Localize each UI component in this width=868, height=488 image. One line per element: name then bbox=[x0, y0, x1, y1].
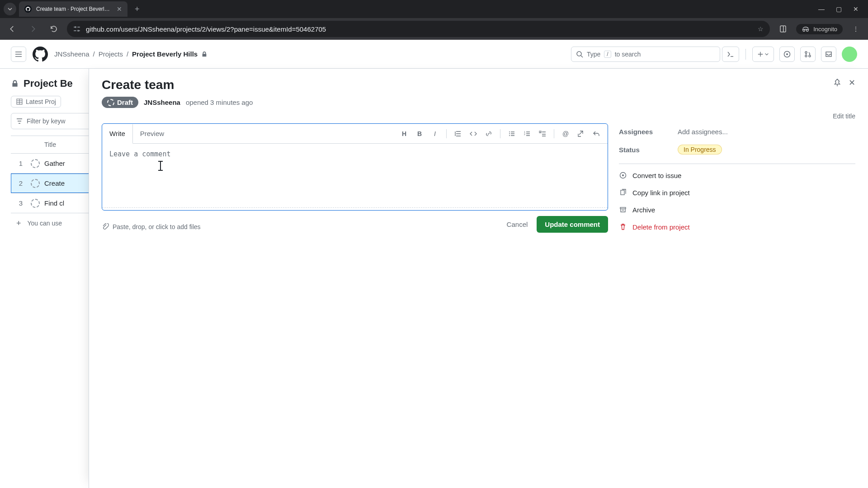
draft-issue-icon bbox=[107, 99, 114, 106]
create-new-button[interactable] bbox=[752, 47, 774, 62]
numbered-list-icon[interactable]: 12 bbox=[520, 127, 534, 141]
breadcrumb: JNSsheena / Projects / Project Beverly H… bbox=[54, 50, 208, 58]
tab-favicon bbox=[24, 5, 32, 13]
draft-issue-icon bbox=[31, 159, 40, 168]
italic-icon[interactable]: I bbox=[428, 127, 442, 141]
cross-reference-icon[interactable] bbox=[574, 127, 588, 141]
svg-text:2: 2 bbox=[524, 133, 525, 136]
breadcrumb-project-name[interactable]: Project Beverly Hills bbox=[132, 50, 198, 58]
tab-title: Create team · Project Beverly H bbox=[36, 6, 112, 12]
reply-icon[interactable] bbox=[590, 127, 603, 141]
svg-rect-7 bbox=[783, 26, 784, 32]
link-icon[interactable] bbox=[482, 127, 495, 141]
comment-textarea[interactable] bbox=[102, 144, 608, 206]
project-view-tab[interactable]: Latest Proj bbox=[11, 96, 61, 108]
paperclip-icon bbox=[102, 223, 109, 230]
column-header-title[interactable]: Title bbox=[31, 141, 56, 148]
github-logo[interactable] bbox=[33, 47, 48, 62]
svg-rect-23 bbox=[621, 190, 624, 195]
delete-action[interactable]: Delete from project bbox=[619, 218, 855, 235]
svg-point-11 bbox=[805, 52, 807, 53]
mention-icon[interactable]: @ bbox=[559, 127, 572, 141]
command-palette-button[interactable] bbox=[722, 47, 739, 62]
reload-button[interactable] bbox=[46, 21, 61, 37]
heading-icon[interactable]: H bbox=[397, 127, 411, 141]
svg-point-8 bbox=[577, 52, 581, 56]
svg-point-16 bbox=[509, 133, 510, 134]
bold-icon[interactable]: B bbox=[413, 127, 426, 141]
browser-tab[interactable]: Create team · Project Beverly H ✕ bbox=[19, 1, 127, 17]
edit-title-button[interactable]: Edit title bbox=[833, 113, 855, 120]
bookmark-icon[interactable]: ☆ bbox=[758, 25, 764, 33]
svg-point-12 bbox=[805, 55, 807, 57]
issue-icon bbox=[619, 171, 627, 179]
search-icon bbox=[576, 51, 583, 58]
status-field[interactable]: Status In Progress bbox=[619, 140, 855, 159]
site-settings-icon[interactable] bbox=[73, 25, 80, 33]
text-cursor bbox=[160, 161, 161, 171]
code-icon[interactable] bbox=[467, 127, 480, 141]
close-panel-icon[interactable]: ✕ bbox=[849, 78, 855, 88]
draft-issue-icon bbox=[31, 199, 40, 208]
window-maximize-icon[interactable]: ▢ bbox=[835, 5, 842, 13]
new-tab-button[interactable]: + bbox=[130, 5, 144, 14]
lock-icon bbox=[201, 51, 208, 57]
copy-link-action[interactable]: Copy link in project bbox=[619, 184, 855, 201]
github-header: JNSsheena / Projects / Project Beverly H… bbox=[0, 40, 868, 69]
tab-search-button[interactable] bbox=[4, 3, 16, 15]
address-bar[interactable]: github.com/users/JNSsheena/projects/2/vi… bbox=[67, 21, 770, 37]
slash-key-hint: / bbox=[604, 51, 611, 58]
forward-button[interactable] bbox=[25, 21, 41, 37]
pin-icon[interactable] bbox=[833, 79, 841, 87]
preview-tab[interactable]: Preview bbox=[133, 124, 171, 143]
browser-toolbar: github.com/users/JNSsheena/projects/2/vi… bbox=[0, 18, 868, 40]
resize-handle[interactable] bbox=[102, 207, 608, 210]
draft-issue-icon bbox=[31, 179, 40, 188]
svg-point-4 bbox=[75, 26, 76, 28]
window-controls: — ▢ ✕ bbox=[818, 5, 864, 13]
assignees-field[interactable]: Assignees Add assignees... bbox=[619, 123, 855, 140]
opened-timestamp: opened 3 minutes ago bbox=[186, 99, 253, 106]
issues-button[interactable] bbox=[779, 47, 795, 62]
search-input[interactable]: Type / to search bbox=[571, 47, 720, 62]
issue-side-panel: Create team Draft JNSsheena opened 3 min… bbox=[89, 69, 868, 488]
svg-rect-1 bbox=[77, 27, 80, 28]
svg-point-22 bbox=[622, 174, 624, 176]
pull-requests-button[interactable] bbox=[800, 47, 816, 62]
table-icon bbox=[16, 98, 23, 105]
archive-action[interactable]: Archive bbox=[619, 201, 855, 218]
archive-icon bbox=[619, 206, 627, 214]
breadcrumb-user[interactable]: JNSsheena bbox=[54, 50, 90, 58]
author-link[interactable]: JNSsheena bbox=[144, 99, 180, 106]
trash-icon bbox=[619, 223, 627, 231]
task-list-icon[interactable] bbox=[536, 127, 549, 141]
svg-rect-24 bbox=[620, 207, 626, 209]
lock-icon bbox=[11, 80, 19, 88]
tab-close-icon[interactable]: ✕ bbox=[117, 5, 122, 13]
back-button[interactable] bbox=[5, 21, 20, 37]
comment-editor: Write Preview H B I bbox=[102, 123, 608, 211]
browser-menu-icon[interactable]: ⋮ bbox=[848, 21, 863, 37]
inbox-button[interactable] bbox=[821, 47, 836, 62]
reading-list-icon[interactable] bbox=[775, 21, 791, 37]
quote-icon[interactable] bbox=[451, 127, 465, 141]
attach-files-hint[interactable]: Paste, drop, or click to add files bbox=[102, 223, 201, 230]
window-minimize-icon[interactable]: — bbox=[818, 5, 825, 13]
write-tab[interactable]: Write bbox=[102, 124, 133, 144]
user-avatar[interactable] bbox=[842, 47, 857, 62]
cancel-button[interactable]: Cancel bbox=[507, 221, 528, 228]
svg-point-15 bbox=[509, 131, 510, 132]
window-close-icon[interactable]: ✕ bbox=[853, 5, 859, 13]
convert-to-issue-action[interactable]: Convert to issue bbox=[619, 167, 855, 184]
incognito-indicator[interactable]: Incognito bbox=[796, 24, 843, 34]
svg-point-5 bbox=[77, 30, 79, 32]
bullet-list-icon[interactable] bbox=[505, 127, 519, 141]
update-comment-button[interactable]: Update comment bbox=[537, 216, 608, 233]
issue-title: Create team bbox=[102, 78, 833, 92]
status-badge: In Progress bbox=[678, 145, 722, 155]
filter-icon bbox=[16, 117, 23, 125]
nav-menu-button[interactable] bbox=[11, 47, 26, 62]
browser-tab-strip: Create team · Project Beverly H ✕ + — ▢ … bbox=[0, 0, 868, 18]
svg-point-10 bbox=[786, 53, 788, 55]
breadcrumb-projects[interactable]: Projects bbox=[99, 50, 123, 58]
